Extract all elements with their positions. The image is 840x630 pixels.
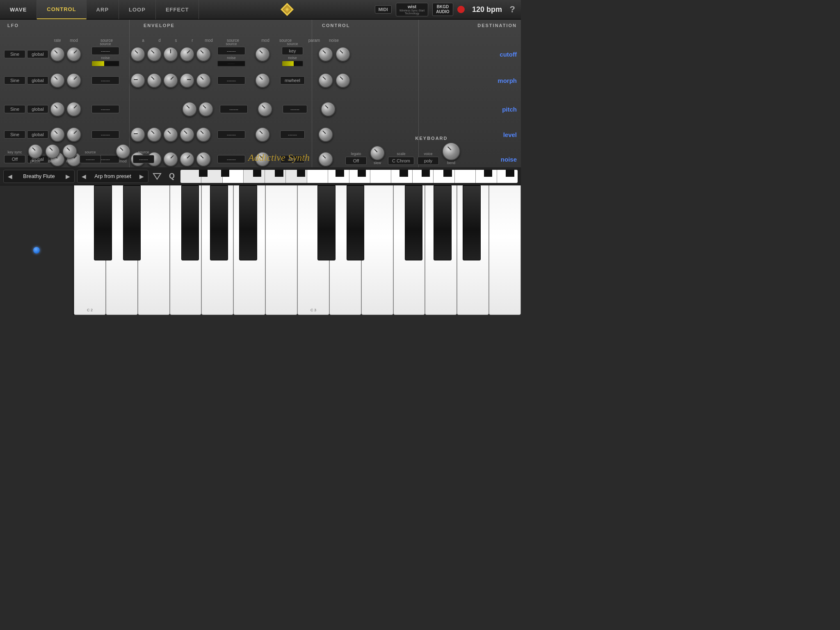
black-key-ds3[interactable] xyxy=(347,185,365,260)
dest4-param-knob[interactable] xyxy=(318,127,333,142)
lfo3-rate-knob[interactable] xyxy=(50,102,65,116)
dest2-param-knob[interactable] xyxy=(318,73,333,88)
scale-btn[interactable]: C Chrom xyxy=(388,157,414,165)
legato-btn[interactable]: Off xyxy=(345,157,367,165)
tab-effect[interactable]: EFFECT xyxy=(156,0,199,19)
lfo3-mode[interactable]: global xyxy=(27,105,48,113)
env1-noise-bar[interactable]: ····· xyxy=(217,61,245,66)
env1-mod-knob[interactable] xyxy=(196,47,211,62)
dest3-param-knob[interactable] xyxy=(321,102,336,116)
ctrl1-mod-knob[interactable] xyxy=(255,47,270,62)
env2-a-knob[interactable] xyxy=(130,73,145,88)
tab-wave[interactable]: WAVE xyxy=(0,0,37,19)
env3-mod-knob[interactable] xyxy=(199,102,213,116)
ctrl1-source[interactable]: key xyxy=(282,47,303,55)
ctrl2-mod-knob[interactable] xyxy=(255,73,270,88)
black-key-as3[interactable] xyxy=(463,185,481,260)
black-key-gs2[interactable] xyxy=(210,185,228,260)
lfo3-wave[interactable]: Sine xyxy=(4,105,25,113)
lfo4-rate-knob[interactable] xyxy=(50,127,65,142)
dest1-noise-knob[interactable] xyxy=(336,47,350,62)
q-icon[interactable]: Q xyxy=(166,170,178,183)
env-bottom-source[interactable]: ------ xyxy=(133,155,154,163)
env1-d-knob[interactable] xyxy=(147,47,162,62)
env4-a-knob[interactable] xyxy=(130,127,145,142)
lfo3-source[interactable]: ------ xyxy=(91,105,119,113)
next-preset-btn[interactable]: ▶ xyxy=(63,173,73,180)
delay-knob[interactable] xyxy=(45,144,60,159)
bend-knob[interactable] xyxy=(442,142,460,160)
dest5-param-knob[interactable] xyxy=(318,152,333,167)
lfo1-mod-knob[interactable] xyxy=(66,47,81,62)
ctrl3-source[interactable]: ------ xyxy=(283,105,307,113)
ctrl1-noise-bar[interactable] xyxy=(282,61,303,66)
black-key-as2[interactable] xyxy=(239,185,257,260)
env-bottom-mod-knob[interactable] xyxy=(116,144,130,159)
v-icon[interactable] xyxy=(151,170,163,183)
env1-a-knob[interactable] xyxy=(130,47,145,62)
env1-source[interactable]: ------ xyxy=(217,47,245,55)
white-key-e3[interactable] xyxy=(361,185,393,315)
lfo-bottom-source[interactable]: ------ xyxy=(80,155,101,163)
prev-arp-btn[interactable]: ◀ xyxy=(79,173,89,180)
ctrl3-mod-knob[interactable] xyxy=(258,102,272,116)
black-key-fs2[interactable] xyxy=(181,185,199,260)
record-button[interactable] xyxy=(457,6,465,13)
env3-r-knob[interactable] xyxy=(182,102,197,116)
env4-source[interactable]: ------ xyxy=(217,130,245,139)
black-key-fs3[interactable] xyxy=(405,185,423,260)
lfo4-source[interactable]: ------ xyxy=(91,130,119,139)
white-key-e2[interactable] xyxy=(138,185,170,315)
env2-d-knob[interactable] xyxy=(147,73,162,88)
lfo2-rate-knob[interactable] xyxy=(50,73,65,88)
lfo2-wave[interactable]: Sine xyxy=(4,76,25,84)
env2-mod-knob[interactable] xyxy=(196,73,211,88)
lfo2-source[interactable]: ------ xyxy=(91,76,119,84)
bpm-display[interactable]: 120 bpm xyxy=(469,5,506,14)
env2-r-knob[interactable] xyxy=(180,73,194,88)
env2-source[interactable]: ------ xyxy=(217,76,245,84)
dest1-param-knob[interactable] xyxy=(318,47,333,62)
help-button[interactable]: ? xyxy=(510,4,515,15)
prev-preset-btn[interactable]: ◀ xyxy=(5,173,15,180)
lfo-bottom-mod-knob[interactable] xyxy=(62,144,77,159)
ctrl4-mod-knob[interactable] xyxy=(255,127,270,142)
black-key-gs3[interactable] xyxy=(434,185,452,260)
lfo4-mode[interactable]: global xyxy=(27,130,48,139)
tab-control[interactable]: CONTROL xyxy=(37,0,86,19)
black-key-cs2[interactable] xyxy=(94,185,112,260)
phase-knob[interactable] xyxy=(28,144,43,159)
ctrl4-source[interactable]: ------ xyxy=(280,130,305,139)
black-key-ds2[interactable] xyxy=(123,185,141,260)
env4-s-knob[interactable] xyxy=(163,127,178,142)
lfo2-mode[interactable]: global xyxy=(27,76,48,84)
dest2-noise-knob[interactable] xyxy=(336,73,350,88)
lfo4-wave[interactable]: Sine xyxy=(4,130,25,139)
lfo2-mod-knob[interactable] xyxy=(66,73,81,88)
slew-knob[interactable] xyxy=(370,146,385,160)
piano-keys[interactable]: C 2 C 3 xyxy=(74,185,521,315)
env4-mod-knob[interactable] xyxy=(196,127,211,142)
env2-s-knob[interactable] xyxy=(163,73,178,88)
lfo3-mod-knob[interactable] xyxy=(66,102,81,116)
lfo1-noise-bar[interactable] xyxy=(91,61,119,66)
lfo4-mod-knob[interactable] xyxy=(66,127,81,142)
env1-r-knob[interactable] xyxy=(180,47,194,62)
tab-arp[interactable]: ARP xyxy=(87,0,119,19)
midi-button[interactable]: MIDI xyxy=(375,5,392,14)
ctrl2-source[interactable]: mwheel xyxy=(280,76,305,84)
env1-s-knob[interactable] xyxy=(163,47,178,62)
lfo1-rate-knob[interactable] xyxy=(50,47,65,62)
env4-r-knob[interactable] xyxy=(180,127,194,142)
voice-btn[interactable]: poly xyxy=(418,157,439,165)
lfo1-source[interactable]: ------ xyxy=(91,47,119,55)
white-key-b2[interactable] xyxy=(265,185,297,315)
bkgd-button[interactable]: BKGD AUDIO xyxy=(432,3,453,16)
lfo1-mode[interactable]: global xyxy=(27,50,48,58)
lfo1-wave[interactable]: Sine xyxy=(4,50,25,58)
black-key-cs3[interactable] xyxy=(317,185,336,260)
env4-d-knob[interactable] xyxy=(147,127,162,142)
mini-keyboard[interactable] xyxy=(180,170,518,183)
key-sync-btn[interactable]: Off xyxy=(4,155,25,163)
tab-loop[interactable]: LOOP xyxy=(119,0,156,19)
